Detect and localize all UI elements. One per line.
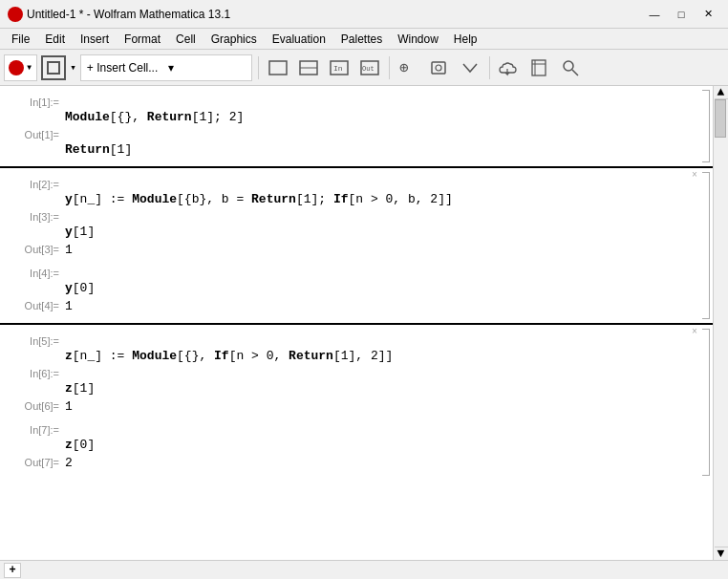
cell-row-out4: Out[4]= 1 [0, 297, 713, 315]
cell-row-out3: Out[3]= 1 [0, 241, 713, 259]
minimize-button[interactable]: — [642, 5, 667, 24]
cell-content-in6[interactable]: z[1] [65, 367, 713, 396]
cloud-btn[interactable] [496, 54, 523, 81]
cell-row-out6: Out[6]= 1 [0, 397, 713, 416]
menu-cell[interactable]: Cell [168, 31, 203, 48]
title-text: Untitled-1 * - Wolfram Mathematica 13.1 [27, 8, 230, 21]
book-btn[interactable] [526, 54, 553, 81]
cell-content-out6: 1 [65, 399, 713, 414]
scrollbar[interactable]: ▲ ▼ [713, 86, 728, 560]
cell-row-in1: In[1]:= Module[{}, Return[1]; 2] [0, 94, 713, 126]
menu-file[interactable]: File [4, 31, 37, 48]
cell-label-in6: In[6]:= [8, 368, 65, 379]
add-cell-button[interactable]: + [4, 563, 21, 578]
square-button[interactable] [41, 55, 66, 80]
menu-format[interactable]: Format [117, 31, 168, 48]
cell-btn-1[interactable] [265, 54, 291, 81]
record-btn[interactable] [426, 54, 453, 81]
cell-content-in4[interactable]: y[0] [65, 267, 713, 295]
menu-window[interactable]: Window [390, 31, 446, 48]
cell-content-in1[interactable]: Module[{}, Return[1]; 2] [65, 96, 713, 124]
cell-label-in5: In[5]:= [8, 335, 65, 347]
app-icon [8, 7, 23, 22]
cell-content-out1: Return[1] [65, 128, 713, 157]
move-btn[interactable]: ⊕ [396, 54, 422, 81]
svg-text:⊕: ⊕ [399, 60, 409, 77]
menu-bar: File Edit Insert Format Cell Graphics Ev… [0, 29, 728, 50]
cell-content-out3: 1 [65, 243, 713, 257]
cell-content-in2[interactable]: y[n_] := Module[{b}, b = Return[1]; If[n… [65, 178, 713, 206]
search-btn[interactable] [557, 54, 584, 81]
svg-line-14 [572, 70, 578, 75]
svg-text:In: In [333, 64, 343, 73]
scroll-track[interactable] [714, 99, 728, 547]
close-group2-btn[interactable]: × [692, 327, 697, 337]
cell-row-in4: In[4]:= y[0] [0, 265, 713, 297]
cell-label-out6: Out[6]= [8, 400, 65, 412]
cell-label-in4: In[4]:= [8, 268, 65, 279]
record-icon [428, 56, 451, 79]
menu-insert[interactable]: Insert [73, 31, 117, 48]
insert-cell-label: + Insert Cell... [87, 61, 164, 75]
close-group-btn[interactable]: × [692, 170, 697, 181]
cell-icon-2 [298, 57, 319, 78]
cell-row-in3: In[3]:= y[1] [0, 208, 713, 241]
cell-content-in5[interactable]: z[n_] := Module[{}, If[n > 0, Return[1],… [65, 334, 713, 363]
dropdown-arrow: ▾ [168, 61, 246, 75]
cell-btn-3[interactable]: In [326, 54, 353, 81]
scroll-thumb[interactable] [715, 99, 726, 138]
cell-content-in3[interactable]: y[1] [65, 210, 713, 239]
cell-label-in7: In[7]:= [8, 424, 65, 436]
close-button[interactable]: ✕ [696, 5, 720, 24]
wolf-icon [9, 60, 24, 75]
bottom-bar: + [0, 560, 728, 579]
cell-bracket-2 [699, 168, 713, 323]
chevron-btn[interactable] [457, 54, 483, 81]
menu-edit[interactable]: Edit [37, 31, 73, 48]
svg-point-9 [436, 65, 441, 71]
cloud-icon [497, 57, 522, 78]
cell-bracket-1 [699, 86, 713, 166]
cell-group-3: × In[5]:= z[n_] := Module[{}, If[n > 0, … [0, 325, 713, 480]
svg-rect-8 [432, 62, 445, 74]
wolf-icon-btn[interactable]: ▾ [4, 54, 37, 81]
cell-bracket-3 [699, 325, 713, 480]
cell-icon-1 [268, 57, 289, 78]
window-controls: — □ ✕ [642, 5, 720, 24]
cell-btn-2[interactable] [295, 54, 322, 81]
cell-row-in7: In[7]:= z[0] [0, 421, 713, 454]
separator [258, 56, 259, 79]
cell-row-in5: In[5]:= z[n_] := Module[{}, If[n > 0, Re… [0, 332, 713, 365]
main-area: In[1]:= Module[{}, Return[1]; 2] Out[1]=… [0, 86, 728, 560]
menu-help[interactable]: Help [446, 31, 485, 48]
title-bar: Untitled-1 * - Wolfram Mathematica 13.1 … [0, 0, 728, 29]
cell-group-2: × In[2]:= y[n_] := Module[{b}, b = Retur… [0, 168, 713, 325]
scroll-down-btn[interactable]: ▼ [715, 547, 728, 560]
svg-point-13 [564, 61, 573, 71]
cell-content-in7[interactable]: z[0] [65, 423, 713, 452]
maximize-button[interactable]: □ [669, 5, 694, 24]
cell-row-out1: Out[1]= Return[1] [0, 126, 713, 159]
cell-btn-4[interactable]: Out [356, 54, 383, 81]
square-icon [47, 61, 60, 75]
toolbar: ▾ ▾ + Insert Cell... ▾ In Out [0, 50, 728, 86]
separator3 [489, 56, 490, 79]
menu-palettes[interactable]: Palettes [333, 31, 390, 48]
cell-label-out4: Out[4]= [8, 300, 65, 311]
chevron-icon [459, 56, 482, 79]
cell-row-out7: Out[7]= 2 [0, 454, 713, 472]
cell-icon-4: Out [359, 57, 380, 78]
cell-label-out1: Out[1]= [8, 129, 65, 140]
menu-evaluation[interactable]: Evaluation [265, 31, 333, 48]
menu-graphics[interactable]: Graphics [203, 31, 265, 48]
svg-rect-10 [532, 60, 546, 75]
svg-text:Out: Out [362, 65, 375, 73]
cell-label-in2: In[2]:= [8, 179, 65, 190]
insert-cell-dropdown[interactable]: + Insert Cell... ▾ [80, 54, 252, 81]
scroll-up-btn[interactable]: ▲ [715, 86, 728, 99]
notebook[interactable]: In[1]:= Module[{}, Return[1]; 2] Out[1]=… [0, 86, 713, 560]
cell-row-in6: In[6]:= z[1] [0, 365, 713, 397]
cell-label-in1: In[1]:= [8, 96, 65, 108]
svg-rect-0 [269, 61, 287, 75]
cell-icon-3: In [329, 57, 350, 78]
